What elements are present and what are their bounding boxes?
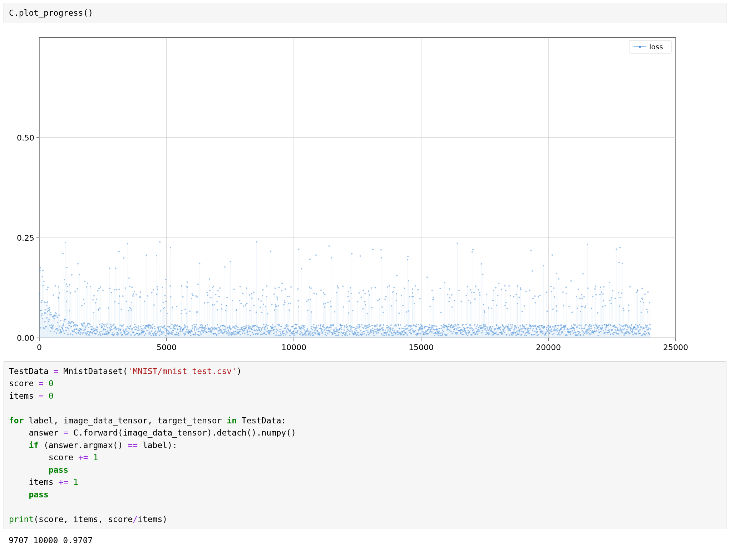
svg-point-1159 (196, 324, 197, 325)
svg-point-4293 (631, 324, 632, 325)
svg-point-1965 (307, 299, 309, 300)
svg-point-4127 (608, 324, 609, 325)
svg-point-1645 (263, 324, 265, 325)
output-text-content: 9707 10000 0.9707 (9, 536, 93, 545)
svg-point-4403 (646, 309, 647, 310)
svg-point-2323 (357, 327, 359, 329)
svg-point-2279 (351, 253, 352, 254)
svg-point-1839 (290, 329, 291, 330)
svg-point-1143 (193, 324, 195, 325)
svg-point-2023 (316, 293, 317, 295)
svg-text:10000: 10000 (281, 343, 306, 352)
svg-point-1545 (249, 331, 251, 332)
svg-point-2467 (377, 300, 379, 301)
svg-point-3191 (478, 326, 479, 328)
svg-point-903 (160, 310, 162, 311)
code-cell-1[interactable]: C.plot_progress() (4, 3, 726, 23)
svg-point-251 (69, 323, 71, 324)
svg-point-3967 (586, 331, 587, 332)
svg-point-3177 (476, 326, 477, 327)
svg-point-2347 (361, 296, 362, 298)
svg-point-2593 (395, 324, 396, 325)
svg-point-649 (125, 287, 126, 289)
svg-point-1761 (279, 331, 281, 332)
svg-point-4317 (634, 326, 636, 328)
svg-point-3261 (488, 330, 489, 331)
notebook-page: C.plot_progress() 0500010000150002000025… (0, 0, 730, 552)
svg-point-1617 (259, 326, 261, 328)
svg-point-791 (144, 328, 146, 329)
svg-text:5000: 5000 (157, 343, 177, 352)
svg-point-3975 (587, 244, 588, 245)
svg-point-3067 (460, 300, 462, 302)
svg-point-1977 (309, 259, 311, 260)
svg-point-953 (167, 313, 168, 314)
svg-point-877 (156, 286, 158, 287)
svg-point-1023 (177, 324, 178, 326)
svg-point-2979 (448, 300, 450, 302)
svg-point-2755 (417, 289, 419, 290)
svg-point-2123 (330, 324, 331, 326)
svg-point-873 (156, 255, 157, 256)
svg-point-2077 (323, 303, 325, 305)
svg-point-3111 (467, 286, 468, 287)
svg-point-3355 (500, 289, 502, 290)
svg-point-441 (96, 298, 97, 300)
svg-point-4091 (603, 329, 604, 331)
svg-point-101 (49, 307, 50, 308)
svg-point-2005 (313, 324, 315, 325)
svg-point-2303 (355, 329, 356, 330)
svg-point-861 (154, 328, 156, 329)
svg-point-2947 (444, 282, 445, 283)
svg-point-457 (98, 309, 99, 311)
svg-point-2147 (333, 324, 334, 325)
svg-point-1597 (256, 325, 258, 327)
svg-point-3549 (528, 328, 529, 329)
svg-point-1745 (277, 329, 278, 331)
svg-point-1515 (245, 304, 246, 306)
svg-point-3227 (483, 303, 484, 305)
svg-point-3667 (544, 325, 546, 327)
svg-point-2055 (320, 324, 321, 325)
svg-point-171 (58, 314, 60, 316)
svg-point-1283 (213, 285, 214, 287)
svg-point-3389 (505, 302, 507, 303)
svg-point-4261 (626, 329, 628, 330)
svg-point-1147 (194, 329, 195, 331)
svg-point-3021 (454, 328, 456, 329)
svg-point-4203 (618, 261, 620, 263)
svg-point-1237 (206, 292, 208, 293)
svg-point-1607 (258, 298, 259, 300)
svg-point-3323 (496, 324, 498, 326)
svg-point-307 (77, 263, 79, 264)
svg-point-3163 (474, 324, 475, 325)
svg-point-1291 (214, 326, 215, 328)
svg-point-1435 (234, 326, 235, 328)
svg-point-1329 (219, 287, 221, 289)
svg-point-2819 (426, 326, 428, 327)
svg-point-3255 (487, 328, 488, 329)
svg-point-587 (116, 289, 118, 290)
svg-point-535 (109, 267, 110, 269)
svg-point-2641 (401, 328, 403, 329)
svg-point-2723 (413, 324, 414, 325)
svg-point-4345 (638, 330, 640, 331)
svg-point-3387 (505, 290, 507, 291)
svg-point-859 (154, 331, 155, 333)
svg-point-1711 (272, 326, 274, 328)
svg-point-2063 (321, 329, 322, 330)
svg-point-3941 (582, 306, 583, 307)
svg-point-809 (147, 295, 148, 296)
svg-point-149 (55, 315, 57, 316)
svg-point-2721 (413, 296, 414, 297)
svg-point-3631 (539, 325, 541, 326)
code-cell-2[interactable]: TestData = MnistDataset('MNIST/mnist_tes… (4, 361, 726, 530)
svg-point-2549 (389, 285, 390, 286)
svg-point-1095 (187, 286, 188, 288)
svg-point-2075 (323, 292, 324, 293)
svg-point-2675 (406, 324, 408, 325)
svg-point-1315 (217, 290, 219, 291)
svg-point-755 (139, 297, 141, 298)
svg-point-2897 (437, 329, 438, 330)
svg-point-4425 (649, 324, 651, 325)
